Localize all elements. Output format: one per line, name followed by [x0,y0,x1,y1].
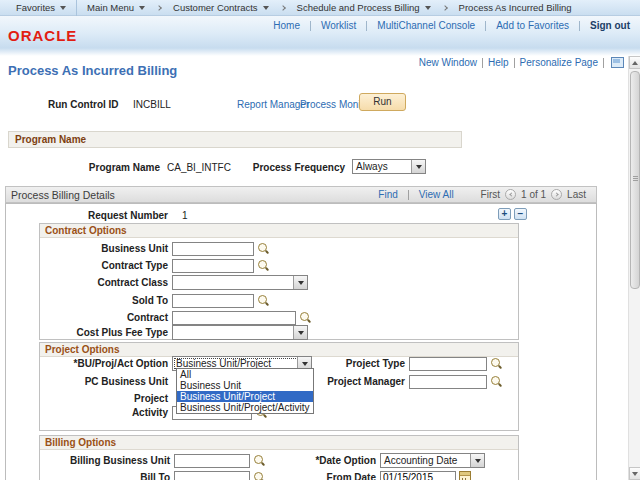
business-unit-input[interactable] [172,242,254,256]
scroll-down-icon[interactable] [629,467,640,480]
project-manager-input[interactable] [409,375,487,389]
dropdown-option-business-unit[interactable]: Business Unit [177,380,313,391]
from-date-input[interactable] [380,471,456,480]
add-to-favorites-link[interactable]: Add to Favorites [486,20,579,31]
window-icon[interactable] [611,57,624,68]
project-label: Project [40,393,168,404]
process-frequency-select[interactable]: Always [352,159,426,174]
field-row: Project Manager [295,374,502,389]
run-button[interactable]: Run [359,93,406,111]
new-window-link[interactable]: New Window [419,57,477,68]
first-label: First [481,189,500,200]
cost-plus-fee-type-label: Cost Plus Fee Type [40,327,168,338]
project-type-input[interactable] [409,357,487,371]
contract-input[interactable] [172,311,296,325]
breadcrumb-item-schedule-billing[interactable]: Schedule and Process Billing [287,0,441,16]
vertical-scrollbar[interactable] [628,56,640,480]
field-row: Project Type [295,356,502,371]
header-links: Home Worklist MultiChannel Console Add t… [263,20,634,31]
lookup-icon[interactable] [257,259,269,272]
request-number-label: Request Number [61,210,168,221]
contract-class-label: Contract Class [40,277,168,288]
lookup-icon[interactable] [490,375,502,388]
bu-proj-act-option-dropdown: All Business Unit Business Unit/Project … [176,368,314,414]
home-link[interactable]: Home [263,20,310,31]
lookup-icon[interactable] [257,294,269,307]
help-link[interactable]: Help [488,57,509,68]
chevron-down-icon [411,160,425,173]
from-date-label: From Date [270,472,376,480]
breadcrumb-separator-icon [442,5,448,11]
bill-to-label: Bill To [40,472,170,480]
page-title: Process As Incurred Billing [8,63,177,78]
divider [408,190,409,200]
previous-row-icon[interactable] [505,189,516,200]
last-label: Last [567,189,586,200]
bu-proj-act-option-label: *BU/Proj/Act Option [40,358,168,369]
breadcrumb: Favorites Main Menu Customer Contracts S… [0,0,640,16]
breadcrumb-separator-icon [156,5,162,11]
field-row: Contract Class [40,275,308,290]
process-billing-details-header: Process Billing Details Find View All Fi… [5,186,597,203]
breadcrumb-item-customer-contracts[interactable]: Customer Contracts [163,0,278,16]
billing-options-group: Billing Options Billing Business Unit *D… [39,435,519,480]
breadcrumb-label: Favorites [16,2,55,13]
contract-type-input[interactable] [172,259,254,273]
dropdown-option-business-unit-project[interactable]: Business Unit/Project [177,391,313,402]
field-row: PC Business Unit [40,374,168,389]
breadcrumb-item-favorites[interactable]: Favorites [6,0,77,16]
chevron-down-icon [293,276,307,289]
breadcrumb-label: Process As Incurred Billing [459,2,572,13]
scroll-up-icon[interactable] [629,56,640,69]
chevron-down-icon [293,326,307,339]
activity-label: Activity [40,407,168,418]
lookup-icon[interactable] [253,471,265,480]
breadcrumb-item-current-page: Process As Incurred Billing [449,0,582,16]
sign-out-link[interactable]: Sign out [580,20,634,31]
business-unit-label: Business Unit [40,243,168,254]
bill-to-input[interactable] [174,471,250,480]
find-link[interactable]: Find [378,189,397,200]
date-option-select[interactable]: Accounting Date [380,453,485,468]
field-row: Business Unit [40,241,269,256]
field-row: Cost Plus Fee Type [40,325,308,340]
lookup-icon[interactable] [257,242,269,255]
divider [603,58,604,68]
program-name-section-header: Program Name [8,131,462,148]
dropdown-option-all[interactable]: All [177,369,313,380]
calendar-icon[interactable] [459,471,471,480]
contract-options-title: Contract Options [40,224,518,238]
field-row: Billing Business Unit [40,453,265,468]
multichannel-console-link[interactable]: MultiChannel Console [367,20,485,31]
lookup-icon[interactable] [299,311,311,324]
contract-class-select[interactable] [172,275,308,290]
breadcrumb-label: Customer Contracts [173,2,257,13]
chevron-down-icon [263,6,269,10]
delete-row-button[interactable]: − [514,208,527,220]
report-manager-link[interactable]: Report Manager [237,99,309,110]
add-row-button[interactable]: + [498,208,511,220]
field-row: Contract [40,310,311,325]
process-billing-details-body: Request Number 1 + − Contract Options Bu… [5,203,597,480]
personalize-page-link[interactable]: Personalize Page [520,57,598,68]
scrollbar-thumb[interactable] [630,71,640,289]
billing-options-title: Billing Options [40,436,518,450]
dropdown-option-business-unit-project-activity[interactable]: Business Unit/Project/Activity [177,402,313,413]
worklist-link[interactable]: Worklist [311,20,366,31]
request-number-value: 1 [182,210,188,221]
sold-to-input[interactable] [172,294,254,308]
next-row-icon[interactable] [551,189,562,200]
lookup-icon[interactable] [490,357,502,370]
run-control-id-label: Run Control ID [48,99,119,110]
view-all-link[interactable]: View All [419,189,454,200]
select-value: Accounting Date [384,455,457,466]
scrollbar-grip [633,176,638,181]
billing-business-unit-input[interactable] [174,454,250,468]
divider [482,58,483,68]
project-options-group: Project Options *BU/Proj/Act Option Busi… [39,342,519,431]
cost-plus-fee-type-select[interactable] [172,325,308,340]
lookup-icon[interactable] [253,454,265,467]
breadcrumb-item-main-menu[interactable]: Main Menu [77,0,155,16]
project-options-title: Project Options [40,343,518,357]
select-value: Always [356,161,388,172]
